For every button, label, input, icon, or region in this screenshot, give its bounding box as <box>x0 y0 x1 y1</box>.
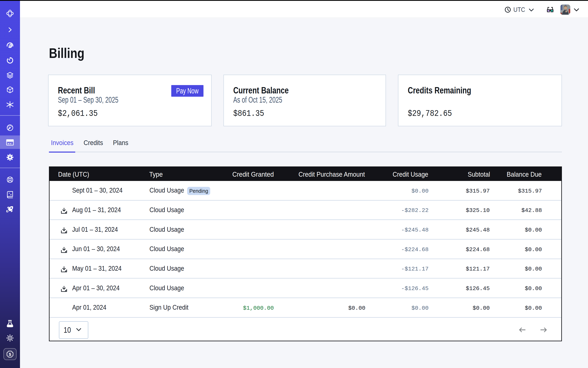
svg-text:$: $ <box>9 352 11 357</box>
